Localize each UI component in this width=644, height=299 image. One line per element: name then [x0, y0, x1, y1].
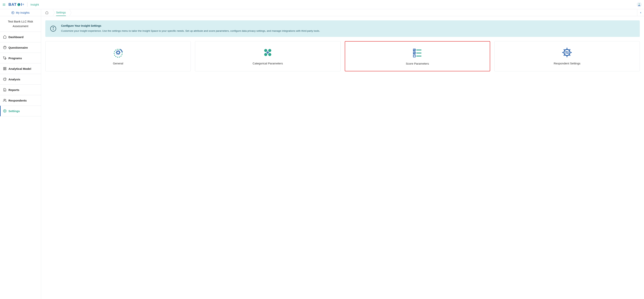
svg-point-39	[568, 53, 568, 54]
logo-divider	[27, 3, 28, 7]
sidebar-item-label: Settings	[8, 109, 20, 113]
logo[interactable]: BAT I ®	[8, 2, 24, 7]
settings-gear-icon	[562, 47, 572, 58]
svg-point-24	[268, 49, 272, 52]
svg-point-25	[264, 53, 267, 56]
info-banner: Configure Your Insight Settings Customiz…	[45, 20, 640, 37]
svg-point-4	[639, 4, 640, 5]
sidebar-item-settings[interactable]: Settings	[0, 106, 41, 116]
topbar: BAT I ® Insight	[0, 0, 644, 9]
breadcrumb-settings[interactable]: Settings	[53, 9, 69, 16]
sidebar: My Insights Test Bank LLC Risk Assessmen…	[0, 9, 41, 299]
svg-point-23	[264, 49, 267, 52]
topbar-left: BAT I ® Insight	[2, 2, 39, 7]
breadcrumb-home[interactable]	[41, 9, 53, 16]
sidebar-item-label: Questionnaire	[8, 46, 28, 49]
avatar[interactable]	[637, 2, 642, 7]
file-bar-icon	[3, 88, 6, 92]
pen-icon	[3, 56, 6, 60]
sidebar-item-label: Analytical Model	[8, 67, 31, 70]
home-icon	[45, 11, 48, 14]
svg-rect-9	[4, 67, 4, 68]
card-respondent-settings[interactable]: Respondent Settings	[494, 41, 640, 71]
arrow-left-circle-icon	[11, 11, 14, 14]
svg-point-16	[4, 99, 5, 100]
sidebar-item-programs[interactable]: Programs	[0, 53, 41, 64]
sidebar-item-reports[interactable]: Reports	[0, 85, 41, 95]
users-icon	[3, 99, 6, 102]
model-icon	[3, 67, 6, 70]
sidebar-item-label: Respondents	[8, 99, 27, 102]
sidebar-item-analysis[interactable]: Analysis	[0, 74, 41, 85]
home-icon	[3, 35, 6, 39]
help-circle-icon	[3, 46, 6, 49]
categories-icon	[262, 47, 273, 58]
checklist-icon	[412, 47, 423, 58]
project-title: Test Bank LLC Risk Assessment	[0, 16, 41, 32]
breadcrumb-settings-label: Settings	[56, 9, 66, 16]
logo-area: BAT I ® Insight	[8, 2, 39, 7]
svg-point-22	[117, 51, 120, 54]
pie-icon	[3, 78, 6, 81]
svg-rect-11	[5, 69, 6, 70]
sidebar-item-label: Reports	[8, 88, 20, 92]
refresh-gear-icon	[113, 47, 124, 58]
my-insights-link[interactable]: My Insights	[0, 9, 41, 16]
card-score-parameters[interactable]: Score Parameters	[345, 41, 490, 71]
my-insights-label: My Insights	[16, 11, 30, 14]
sidebar-item-analytical-model[interactable]: Analytical Model	[0, 64, 41, 74]
sidebar-item-label: Dashboard	[8, 35, 24, 39]
collapse-panel-icon[interactable]	[637, 9, 644, 16]
info-title: Configure Your Insight Settings	[61, 24, 320, 27]
sidebar-item-dashboard[interactable]: Dashboard	[0, 32, 41, 42]
svg-point-35	[564, 50, 570, 56]
card-general[interactable]: General	[45, 41, 191, 71]
gear-icon	[3, 109, 6, 113]
sidebar-item-label: Programs	[8, 57, 22, 60]
svg-rect-12	[4, 69, 4, 70]
svg-rect-33	[413, 55, 416, 57]
card-label: General	[113, 62, 123, 65]
sidebar-item-label: Analysis	[8, 78, 20, 81]
breadcrumb: Settings	[41, 9, 644, 16]
svg-point-26	[268, 53, 272, 56]
card-categorical-parameters[interactable]: Categorical Parameters	[195, 41, 340, 71]
card-label: Score Parameters	[406, 62, 429, 65]
menu-toggle-icon[interactable]	[2, 3, 6, 6]
svg-point-20	[53, 27, 54, 28]
card-label: Categorical Parameters	[252, 62, 283, 65]
svg-point-37	[566, 51, 567, 52]
sidebar-item-respondents[interactable]: Respondents	[0, 95, 41, 106]
info-icon	[50, 24, 56, 33]
svg-point-17	[4, 111, 6, 112]
info-description: Customize your Insight experience. Use t…	[61, 29, 320, 33]
svg-rect-10	[5, 67, 6, 68]
product-label: Insight	[30, 3, 39, 6]
card-label: Respondent Settings	[554, 62, 580, 65]
sidebar-item-questionnaire[interactable]: Questionnaire	[0, 42, 41, 53]
